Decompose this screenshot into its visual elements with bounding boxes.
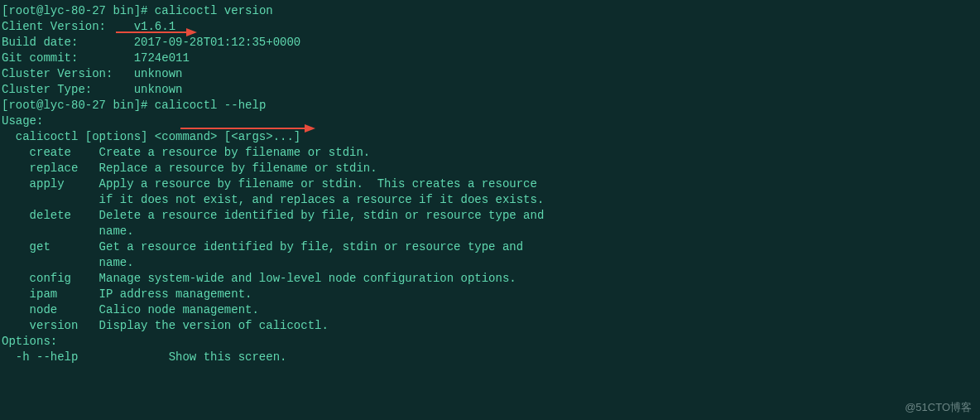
svg-marker-3 [305, 124, 315, 133]
cmd-create: create Create a resource by filename or … [2, 145, 978, 161]
output-git-commit: Git commit: 1724e011 [2, 51, 978, 66]
prompt-line-2: [root@lyc-80-27 bin]# calicoctl --help [2, 98, 978, 113]
usage-syntax: calicoctl [options] <command> [<args>...… [2, 129, 978, 145]
prompt-line-1: [root@lyc-80-27 bin]# calicoctl version [2, 3, 978, 19]
annotation-arrow-2 [180, 123, 317, 134]
prompt-user-host-2: root@lyc-80-27 bin [8, 99, 133, 112]
svg-marker-1 [186, 28, 197, 36]
cmd-get: get Get a resource identified by file, s… [2, 239, 978, 255]
cmd-delete: delete Delete a resource identified by f… [2, 208, 978, 224]
usage-header: Usage: [2, 113, 978, 129]
option-help: -h --help Show this screen. [2, 350, 978, 365]
cmd-config: config Manage system-wide and low-level … [2, 271, 978, 287]
prompt-user-host: root@lyc-80-27 bin [8, 4, 133, 17]
command-help: calicoctl --help [155, 99, 266, 112]
prompt-bracket-close-2: ]# [134, 99, 155, 112]
cmd-get-cont: name. [2, 255, 978, 271]
cmd-apply-cont: if it does not exist, and replaces a res… [2, 192, 978, 208]
cmd-version-desc: version Display the version of calicoctl… [2, 318, 978, 334]
cmd-apply: apply Apply a resource by filename or st… [2, 176, 978, 192]
annotation-arrow-1 [116, 27, 199, 38]
cmd-node: node Calico node management. [2, 302, 978, 318]
cmd-replace: replace Replace a resource by filename o… [2, 161, 978, 176]
watermark: @51CTO博客 [905, 399, 972, 415]
cmd-ipam: ipam IP address management. [2, 287, 978, 302]
prompt-bracket-close: ]# [134, 4, 155, 17]
cmd-delete-cont: name. [2, 224, 978, 239]
output-cluster-type: Cluster Type: unknown [2, 82, 978, 98]
output-cluster-version: Cluster Version: unknown [2, 66, 978, 82]
options-header: Options: [2, 334, 978, 350]
command-version: calicoctl version [155, 4, 273, 17]
